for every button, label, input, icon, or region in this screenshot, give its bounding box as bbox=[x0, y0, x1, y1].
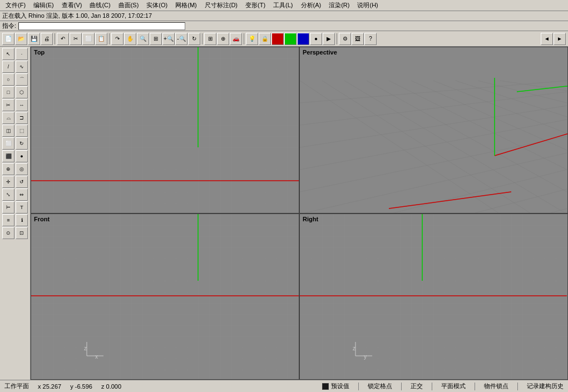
toolbar-scroll-left[interactable]: ◄ bbox=[541, 33, 553, 45]
toolbar-color2[interactable] bbox=[284, 33, 297, 45]
toolbar-redo[interactable]: ↷ bbox=[111, 33, 124, 45]
menu-surface[interactable]: 曲面(S) bbox=[115, 1, 142, 10]
toolbar-car[interactable]: 🚗 bbox=[230, 33, 242, 45]
menu-dim[interactable]: 尺寸标注(D) bbox=[201, 1, 241, 10]
menu-tools[interactable]: 工具(L) bbox=[270, 1, 296, 10]
left-line[interactable]: / bbox=[2, 61, 14, 73]
toolbar-zoomout[interactable]: -🔍 bbox=[175, 33, 187, 45]
toolbar-zoomex[interactable]: ⊞ bbox=[150, 33, 162, 45]
left-select[interactable]: ↖ bbox=[2, 48, 14, 60]
left-shell[interactable]: ◎ bbox=[16, 163, 28, 175]
loading-status: 正在载入 Rhino 渲染, 版本 1.00, Jan 18 2007, 17:… bbox=[0, 11, 568, 21]
left-dim[interactable]: ⊢ bbox=[2, 201, 14, 214]
workspace-label: 工作平面 bbox=[4, 382, 29, 390]
main-area: ↖ · / ∿ ○ ⌒ □ ⬡ ✂ ↔ ⌓ ⊐ ◫ ⬚ ⬜ ↻ bbox=[0, 47, 568, 380]
commandbar: 指令: bbox=[0, 21, 568, 31]
left-curve[interactable]: ∿ bbox=[16, 61, 28, 73]
menubar: 文件(F) 编辑(E) 查看(V) 曲线(C) 曲面(S) 实体(O) 网格(M… bbox=[0, 0, 568, 11]
toolbar-paste[interactable]: 📋 bbox=[95, 33, 107, 45]
toolbar-undo[interactable]: ↶ bbox=[57, 33, 69, 45]
toolbar-open[interactable]: 📂 bbox=[15, 33, 27, 45]
toolbar-color3[interactable] bbox=[297, 33, 309, 45]
svg-rect-9 bbox=[300, 47, 567, 213]
coord-z: z 0.000 bbox=[101, 383, 121, 390]
toolbar-cut[interactable]: ✂ bbox=[70, 33, 82, 45]
left-boolean[interactable]: ⊕ bbox=[2, 163, 14, 175]
toolbar-zoomin[interactable]: +🔍 bbox=[162, 33, 175, 45]
menu-view[interactable]: 查看(V) bbox=[58, 1, 86, 10]
toolbar-save[interactable]: 💾 bbox=[28, 33, 40, 45]
toolbar-pan[interactable]: ✋ bbox=[124, 33, 136, 45]
left-trim[interactable]: ✂ bbox=[2, 99, 14, 111]
plane-label[interactable]: 平面模式 bbox=[441, 382, 466, 390]
left-surface[interactable]: ◫ bbox=[2, 125, 14, 137]
menu-curve[interactable]: 曲线(C) bbox=[86, 1, 113, 10]
toolbar-sep2 bbox=[109, 33, 110, 44]
left-scale[interactable]: ⤡ bbox=[2, 188, 14, 201]
viewports: Top y bbox=[31, 47, 568, 380]
toolbar-rotate[interactable]: ↻ bbox=[188, 33, 200, 45]
viewport-perspective-grid: z y x bbox=[300, 47, 567, 213]
left-revolve[interactable]: ↻ bbox=[16, 137, 28, 150]
left-box[interactable]: ⬛ bbox=[2, 150, 14, 162]
left-mirror[interactable]: ⇔ bbox=[16, 188, 28, 201]
left-toolbar: ↖ · / ∿ ○ ⌒ □ ⬡ ✂ ↔ ⌓ ⊐ ◫ ⬚ ⬜ ↻ bbox=[0, 47, 31, 380]
left-arc[interactable]: ⌒ bbox=[16, 73, 28, 86]
left-point[interactable]: · bbox=[16, 48, 28, 60]
left-text[interactable]: T bbox=[16, 201, 28, 214]
toolbar-copy[interactable]: ⬜ bbox=[82, 33, 95, 45]
left-polygon[interactable]: ⬡ bbox=[16, 86, 28, 98]
command-input[interactable] bbox=[18, 22, 185, 30]
toolbar-new[interactable]: 📄 bbox=[2, 33, 14, 45]
ortho-label[interactable]: 正交 bbox=[411, 382, 423, 390]
viewport-right[interactable]: Right z y bbox=[299, 214, 568, 380]
left-extend[interactable]: ↔ bbox=[16, 99, 28, 111]
left-offset[interactable]: ⊐ bbox=[16, 112, 28, 124]
viewport-top-grid: y x bbox=[31, 47, 299, 213]
toolbar-arrow[interactable]: ▶ bbox=[323, 33, 335, 45]
left-fillet[interactable]: ⌓ bbox=[2, 112, 14, 124]
menu-solid[interactable]: 实体(O) bbox=[143, 1, 171, 10]
menu-help[interactable]: 说明(H) bbox=[354, 1, 381, 10]
left-rotate2[interactable]: ↺ bbox=[16, 176, 28, 188]
toolbar-light[interactable]: 💡 bbox=[246, 33, 258, 45]
toolbar-settings[interactable]: ⚙ bbox=[339, 33, 351, 45]
left-move[interactable]: ✛ bbox=[2, 176, 14, 188]
viewport-front[interactable]: Front z x bbox=[31, 214, 299, 380]
menu-analyze[interactable]: 分析(A) bbox=[298, 1, 325, 10]
left-circle[interactable]: ○ bbox=[2, 73, 14, 86]
history-label[interactable]: 记录建构历史 bbox=[527, 382, 564, 390]
toolbar-print[interactable]: 🖨 bbox=[41, 33, 53, 45]
status-sep5 bbox=[517, 383, 518, 390]
toolbar-help[interactable]: ? bbox=[364, 33, 377, 45]
menu-mesh[interactable]: 网格(M) bbox=[172, 1, 200, 10]
left-extrude[interactable]: ⬜ bbox=[2, 137, 14, 150]
menu-render[interactable]: 渲染(R) bbox=[325, 1, 353, 10]
toolbar-scroll-right[interactable]: ► bbox=[554, 33, 566, 45]
toolbar-snap[interactable]: ⊕ bbox=[217, 33, 229, 45]
status-sep1 bbox=[358, 383, 359, 390]
left-snap3[interactable]: ⊡ bbox=[16, 227, 28, 239]
left-rect[interactable]: □ bbox=[2, 86, 14, 98]
toolbar-sphere[interactable]: ● bbox=[310, 33, 322, 45]
snap2-label[interactable]: 物件锁点 bbox=[484, 382, 508, 390]
toolbar-color1[interactable] bbox=[271, 33, 284, 45]
toolbar-lock[interactable]: 🔒 bbox=[259, 33, 271, 45]
viewport-top[interactable]: Top y bbox=[31, 47, 299, 214]
coord-x: x 25.267 bbox=[38, 383, 61, 390]
menu-edit[interactable]: 编辑(E) bbox=[30, 1, 57, 10]
left-loft[interactable]: ⬚ bbox=[16, 125, 28, 137]
left-sphere2[interactable]: ● bbox=[16, 150, 28, 162]
menu-file[interactable]: 文件(F) bbox=[2, 1, 29, 10]
left-prop[interactable]: ℹ bbox=[16, 214, 28, 226]
viewport-perspective[interactable]: Perspective bbox=[299, 47, 568, 214]
menu-transform[interactable]: 变形(T) bbox=[242, 1, 269, 10]
toolbar-grid[interactable]: ⊞ bbox=[204, 33, 216, 45]
left-layer[interactable]: ≡ bbox=[2, 214, 14, 226]
toolbar-zoom[interactable]: 🔍 bbox=[137, 33, 149, 45]
left-snap2[interactable]: ⊙ bbox=[2, 227, 14, 239]
preset-label: 预设值 bbox=[331, 382, 349, 390]
snap-label[interactable]: 锁定格点 bbox=[368, 382, 392, 390]
svg-rect-2 bbox=[31, 47, 299, 213]
toolbar-render2[interactable]: 🖼 bbox=[352, 33, 364, 45]
